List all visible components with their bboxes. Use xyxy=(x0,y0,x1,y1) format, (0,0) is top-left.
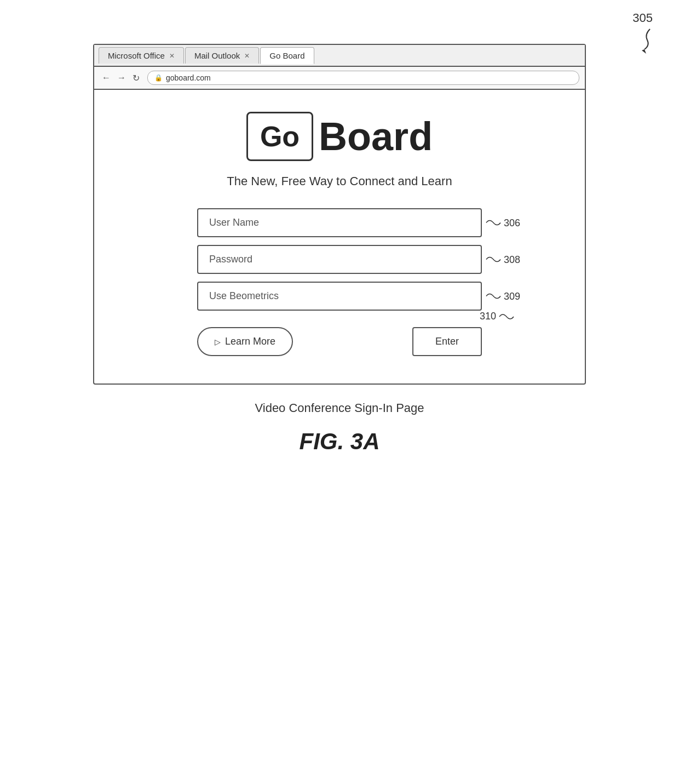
logo-go: Go xyxy=(260,121,300,152)
svg-marker-0 xyxy=(642,49,646,54)
squiggle-308 xyxy=(485,254,502,265)
form-section: User Name 306 Password 308 xyxy=(197,208,482,311)
back-button[interactable]: ← xyxy=(100,72,113,84)
lock-icon: 🔒 xyxy=(154,74,163,82)
tab-mail-outlook-close[interactable]: ✕ xyxy=(244,52,250,60)
url-bar[interactable]: 🔒 goboard.com xyxy=(147,71,579,85)
url-text: goboard.com xyxy=(166,73,211,82)
tab-mail-outlook-label: Mail Outlook xyxy=(194,51,240,60)
tab-go-board-label: Go Board xyxy=(269,51,304,60)
annotation-308: 308 xyxy=(485,254,520,265)
tab-microsoft-office[interactable]: Microsoft Office ✕ xyxy=(99,47,184,64)
tab-microsoft-office-label: Microsoft Office xyxy=(108,51,165,60)
learn-more-button[interactable]: ▷ Learn More xyxy=(197,327,293,356)
annotation-306: 306 xyxy=(485,217,520,228)
page-content: Go Board The New, Free Way to Connect an… xyxy=(94,90,585,384)
squiggle-306 xyxy=(485,218,502,228)
buttons-row: ▷ Learn More 310 Enter xyxy=(197,327,482,356)
address-bar: ← → ↻ 🔒 goboard.com xyxy=(94,67,585,90)
password-field-row: Password 308 xyxy=(197,245,482,274)
annotation-305-label: 305 xyxy=(632,11,653,25)
beometrics-field-row: Use Beometrics 309 xyxy=(197,282,482,311)
tab-mail-outlook[interactable]: Mail Outlook ✕ xyxy=(185,47,259,64)
enter-button[interactable]: Enter xyxy=(412,327,482,356)
annotation-309: 309 xyxy=(485,290,520,302)
logo-container: Go Board xyxy=(246,112,433,161)
squiggle-309 xyxy=(485,291,502,302)
play-icon: ▷ xyxy=(215,337,221,346)
learn-more-label: Learn More xyxy=(225,336,275,347)
forward-button[interactable]: → xyxy=(115,72,128,84)
browser-window: Microsoft Office ✕ Mail Outlook ✕ Go Boa… xyxy=(93,44,586,385)
squiggle-arrow-305 xyxy=(620,26,653,54)
beometrics-field[interactable]: Use Beometrics xyxy=(197,282,482,311)
username-field[interactable]: User Name xyxy=(197,208,482,237)
page-caption: Video Conference Sign-In Page xyxy=(255,401,424,415)
logo-box: Go xyxy=(246,112,313,161)
figure-label: FIG. 3A xyxy=(299,428,379,455)
username-field-row: User Name 306 xyxy=(197,208,482,237)
password-field[interactable]: Password xyxy=(197,245,482,274)
tab-go-board[interactable]: Go Board xyxy=(260,47,314,64)
squiggle-310 xyxy=(498,311,515,322)
refresh-button[interactable]: ↻ xyxy=(130,72,142,84)
tagline: The New, Free Way to Connect and Learn xyxy=(227,174,452,188)
tab-bar: Microsoft Office ✕ Mail Outlook ✕ Go Boa… xyxy=(94,45,585,67)
logo-board: Board xyxy=(319,117,433,156)
tab-microsoft-office-close[interactable]: ✕ xyxy=(169,52,175,60)
nav-buttons: ← → ↻ xyxy=(100,72,142,84)
annotation-310: 310 xyxy=(480,311,515,322)
